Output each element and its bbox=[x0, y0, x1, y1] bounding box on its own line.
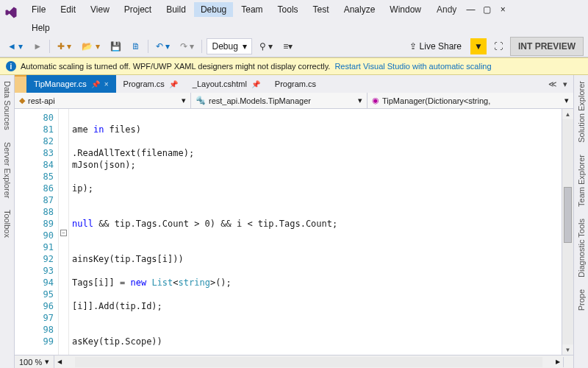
side-tab-team-explorer[interactable]: Team Explorer bbox=[576, 149, 587, 213]
signed-in-user[interactable]: Andy bbox=[432, 1, 461, 18]
live-share-button[interactable]: ⇪ Live Share bbox=[405, 38, 466, 54]
scroll-down-button[interactable]: ▼ bbox=[562, 344, 573, 355]
new-project-button[interactable]: ✚ ▾ bbox=[54, 38, 74, 54]
tab-overflow-button[interactable]: ≪ bbox=[547, 79, 559, 89]
save-all-button[interactable]: 🗎 bbox=[129, 38, 143, 54]
configuration-dropdown[interactable]: Debug▾ bbox=[207, 38, 251, 54]
preview-toggle[interactable]: ⛶ bbox=[491, 38, 506, 54]
side-tab-data-sources[interactable]: Data Sources bbox=[1, 75, 13, 136]
menu-view[interactable]: View bbox=[84, 2, 116, 17]
side-tab-solution-explorer[interactable]: Solution Explorer bbox=[576, 75, 587, 149]
nav-back-button[interactable]: ◄ ▾ bbox=[4, 38, 26, 54]
open-file-button[interactable]: 📂 ▾ bbox=[79, 38, 102, 54]
hscroll-track[interactable] bbox=[75, 357, 542, 367]
doc-tab-program-2[interactable]: Program.cs bbox=[268, 75, 323, 93]
pin-icon[interactable]: 📌 bbox=[91, 80, 100, 88]
fold-toggle-icon[interactable]: − bbox=[60, 230, 67, 236]
intellicode-filter-button[interactable]: ▼ bbox=[470, 38, 487, 54]
menu-edit[interactable]: Edit bbox=[54, 2, 82, 17]
menu-debug[interactable]: Debug bbox=[194, 2, 233, 17]
menu-project[interactable]: Project bbox=[118, 2, 158, 17]
info-restart-link[interactable]: Restart Visual Studio with automatic sca… bbox=[334, 62, 491, 71]
editor-area: TipManager.cs📌× Program.cs📌 _Layout.csht… bbox=[15, 75, 573, 368]
pin-icon[interactable]: 📌 bbox=[251, 80, 260, 88]
pin-icon[interactable]: 📌 bbox=[169, 80, 178, 88]
close-button[interactable]: × bbox=[496, 3, 509, 16]
side-tab-toolbox[interactable]: Toolbox bbox=[1, 204, 13, 244]
menu-test[interactable]: Test bbox=[306, 2, 336, 17]
minimize-button[interactable]: — bbox=[464, 3, 477, 16]
nav-class-dropdown[interactable]: 🔩rest_api.Models.TipManager▾ bbox=[191, 93, 368, 108]
zoom-dropdown[interactable]: 100 %▾ bbox=[15, 355, 54, 368]
standard-toolbar: ◄ ▾ ► ✚ ▾ 📂 ▾ 💾 🗎 ↶ ▾ ↷ ▾ Debug▾ ⚲ ▾ ≡▾ … bbox=[0, 35, 588, 57]
doc-tab-program-1[interactable]: Program.cs📌 bbox=[116, 75, 185, 93]
code-editor[interactable]: ame in files).ReadAllText(filename);mJso… bbox=[69, 109, 562, 355]
nav-forward-button[interactable]: ► bbox=[30, 38, 45, 54]
nav-project-dropdown[interactable]: ◆rest-api▾ bbox=[15, 93, 191, 108]
line-number-gutter: 8081828384858687888990919293949596979899 bbox=[15, 109, 59, 355]
horizontal-scrollbar: 100 %▾ ◀ ▶ bbox=[15, 355, 573, 368]
close-icon[interactable]: × bbox=[104, 80, 109, 88]
scroll-right-button[interactable]: ▶ bbox=[553, 357, 563, 367]
info-message: Automatic scaling is turned off. WPF/UWP… bbox=[21, 62, 330, 71]
scroll-thumb[interactable] bbox=[564, 187, 572, 244]
info-icon: i bbox=[6, 61, 16, 71]
menu-file[interactable]: File bbox=[25, 2, 52, 17]
tab-dropdown-button[interactable]: ▾ bbox=[562, 79, 569, 89]
menu-analyze[interactable]: Analyze bbox=[337, 2, 382, 17]
left-tool-tabs: Data Sources Server Explorer Toolbox bbox=[0, 75, 15, 368]
save-button[interactable]: 💾 bbox=[107, 38, 124, 54]
vertical-scrollbar[interactable]: ▲ ▼ bbox=[562, 109, 573, 355]
menu-help[interactable]: Help bbox=[25, 21, 57, 35]
menu-window[interactable]: Window bbox=[383, 2, 428, 17]
doc-tab-layout[interactable]: _Layout.cshtml📌 bbox=[185, 75, 268, 93]
side-tab-diagnostic-tools[interactable]: Diagnostic Tools bbox=[576, 213, 587, 283]
scroll-left-button[interactable]: ◀ bbox=[54, 357, 65, 367]
maximize-button[interactable]: ▢ bbox=[480, 3, 493, 16]
vs-logo-icon bbox=[3, 4, 19, 21]
info-bar: i Automatic scaling is turned off. WPF/U… bbox=[0, 57, 588, 75]
side-tab-properties[interactable]: Prope bbox=[576, 283, 587, 316]
right-tool-tabs: Solution Explorer Team Explorer Diagnost… bbox=[573, 75, 588, 368]
document-tab-strip: TipManager.cs📌× Program.cs📌 _Layout.csht… bbox=[15, 75, 573, 93]
outlining-margin[interactable]: − bbox=[59, 109, 69, 355]
scroll-up-button[interactable]: ▲ bbox=[562, 109, 573, 119]
doc-tab-tipmanager[interactable]: TipManager.cs📌× bbox=[26, 75, 116, 93]
menu-build[interactable]: Build bbox=[159, 2, 193, 17]
int-preview-badge[interactable]: INT PREVIEW bbox=[510, 37, 584, 56]
redo-button[interactable]: ↷ ▾ bbox=[177, 38, 197, 54]
side-tab-server-explorer[interactable]: Server Explorer bbox=[1, 136, 13, 204]
navigation-bar: ◆rest-api▾ 🔩rest_api.Models.TipManager▾ … bbox=[15, 93, 573, 109]
menu-team[interactable]: Team bbox=[234, 2, 269, 17]
pinned-tab-group-marker bbox=[15, 75, 26, 93]
undo-button[interactable]: ↶ ▾ bbox=[153, 38, 173, 54]
menu-tools[interactable]: Tools bbox=[271, 2, 305, 17]
find-in-files-button[interactable]: ⚲ ▾ bbox=[257, 38, 276, 54]
split-view-handle[interactable] bbox=[563, 357, 573, 367]
nav-member-dropdown[interactable]: ◉TipManager(Dictionary<string,▾ bbox=[368, 93, 573, 108]
menu-bar: File Edit View Project Build Debug Team … bbox=[0, 0, 588, 35]
comment-block-button[interactable]: ≡▾ bbox=[280, 38, 295, 54]
